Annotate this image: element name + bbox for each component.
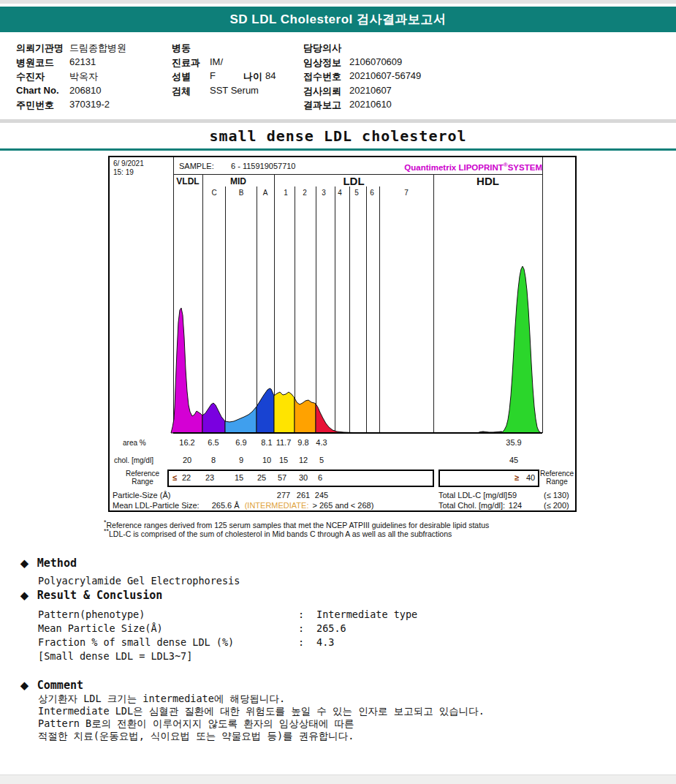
total-chol-value: 124	[503, 501, 528, 510]
chol-value: 20	[172, 456, 202, 464]
subband-label: 2	[299, 189, 311, 197]
ref-range-label: Range	[121, 478, 164, 486]
diamond-bullet-icon: ◆	[20, 679, 29, 691]
diamond-bullet-icon: ◆	[20, 589, 29, 601]
sample-label: SAMPLE:	[179, 162, 214, 170]
diamond-bullet-icon: ◆	[20, 557, 29, 569]
method-heading: ◆Method	[20, 557, 77, 570]
comment-heading: ◆Comment	[20, 679, 83, 692]
result-heading: ◆Result & Conclusion	[20, 589, 162, 602]
field-label: 나이	[243, 70, 262, 83]
comment-line: Pattern B로의 전환이 이루어지지 않도록 환자의 임상상태에 따른	[38, 717, 354, 731]
subband-label: 7	[400, 189, 412, 197]
field-label: 검사의뢰	[303, 85, 341, 98]
result-row-label: Mean Particle Size(Å)	[38, 622, 163, 634]
row-label-chol: chol. [mg/dl]	[114, 456, 153, 464]
mean-size-flag: (INTERMEDIATE:	[245, 501, 309, 510]
field-value: 드림종합병원	[69, 42, 126, 55]
result-row-value: 4.3	[316, 636, 334, 648]
area-value: 6.9	[227, 438, 256, 447]
field-value: SST Serum	[210, 85, 259, 96]
ref-value: 23	[195, 473, 224, 482]
subband-label: 1	[280, 189, 292, 197]
result-row-label: Fraction % of small dense LDL (%)	[38, 636, 234, 648]
mean-size-row: Mean LDL-Particle Size: 265.6 Å (INTERME…	[113, 501, 373, 510]
area-value: 4.3	[307, 438, 336, 447]
band-header-mid: MID	[202, 176, 274, 186]
top-divider	[0, 0, 676, 4]
field-value: 20210607	[349, 85, 392, 96]
lab-report-page: SD LDL Cholesterol 검사결과보고서 의뢰기관명 드림종합병원 …	[0, 0, 676, 784]
mean-size-value: 265.6 Å	[212, 501, 240, 510]
subband-label: A	[259, 189, 271, 197]
total-ldl-value: 59	[501, 491, 523, 500]
field-label: 담당의사	[303, 42, 341, 55]
field-value: 84	[265, 70, 276, 81]
title-underline	[0, 148, 676, 151]
chol-value: 5	[307, 456, 336, 464]
field-label: 병동	[172, 42, 191, 55]
ref-value: 6	[305, 473, 335, 482]
subband-label: C	[208, 189, 220, 197]
report-title: SD LDL Cholesterol 검사결과보고서	[229, 11, 446, 28]
footnote-2: **LDL-C is comprised of the sum of chole…	[104, 527, 452, 538]
field-value: 2106070609	[349, 56, 402, 67]
field-value: 20210610	[349, 99, 392, 110]
total-chol-label: Total Chol. [mg/dl]:	[438, 501, 505, 510]
field-label: 성별	[172, 70, 191, 83]
fraction-curve	[171, 266, 542, 433]
area-value: 16.2	[172, 438, 202, 447]
subband-label: B	[235, 189, 247, 197]
lipoprint-brand: Quantimetrix LIPOPRINT®SYSTEM	[404, 162, 542, 172]
result-row-sep: :	[298, 622, 304, 634]
method-body: Polyacrylamide Gel Electrophoresis	[38, 575, 240, 587]
field-value: 206810	[69, 85, 101, 96]
run-time: 15: 19	[113, 168, 134, 176]
total-chol-ref: (≤ 200)	[544, 501, 569, 510]
field-value: 20210607-56749	[349, 70, 421, 81]
field-label: 병원코드	[16, 56, 54, 69]
bottom-divider	[0, 774, 676, 784]
band-header-hdl: HDL	[433, 175, 542, 187]
field-label: 결과보고	[303, 99, 341, 112]
band-header-vldl: VLDL	[173, 176, 202, 186]
mean-size-label: Mean LDL-Particle Size:	[113, 501, 200, 510]
field-label: 수진자	[16, 70, 45, 83]
band-header-ldl: LDL	[274, 175, 433, 187]
row-label-particle: Particle-Size (Å)	[113, 491, 170, 500]
area-value: 35.9	[499, 438, 528, 447]
section-title: small dense LDL cholesterol	[0, 127, 676, 145]
total-ldl-ref: (≤ 130)	[544, 491, 569, 500]
row-label-area: area %	[123, 439, 146, 447]
field-label: Chart No.	[16, 85, 59, 96]
lipoprint-gel-chart: 6/ 9/2021 15: 19 SAMPLE: 6 - 11591905771…	[108, 156, 577, 512]
subband-label: 6	[366, 189, 378, 197]
field-label: 주민번호	[16, 99, 54, 112]
field-label: 진료과	[172, 56, 200, 69]
field-value: IM/	[210, 56, 223, 67]
field-label: 의뢰기관명	[16, 42, 64, 55]
result-row-label: Pattern(phenotype)	[38, 608, 145, 620]
ref-range-label-right: Range	[537, 478, 577, 486]
section-divider	[0, 119, 676, 123]
total-ldl-label: Total LDL-C [mg/dl]:	[438, 491, 509, 500]
comment-line: 상기환자 LDL 크기는 intermediate에 해당됩니다.	[38, 693, 285, 706]
field-value: 62131	[69, 56, 96, 67]
field-label: 접수번호	[303, 70, 341, 83]
field-value: F	[210, 70, 216, 81]
subband-label: 5	[351, 189, 362, 197]
field-value: 박옥자	[69, 70, 98, 83]
chol-value: 9	[227, 456, 256, 464]
run-date: 6/ 9/2021	[113, 159, 144, 167]
comment-line: Intermediate LDL은 심혈관 질환에 대한 위험도를 높일 수 있…	[38, 705, 485, 718]
chol-value: 45	[499, 456, 528, 464]
sample-id: 6 - 115919057710	[231, 162, 296, 170]
result-row-sep: :	[298, 636, 304, 648]
ref-range-label-right: Reference	[537, 470, 577, 478]
ref-range-label: Reference	[121, 470, 164, 478]
field-label: 임상정보	[303, 56, 341, 69]
chol-value: 8	[199, 456, 228, 464]
comment-line: 적절한 치료(운동요법, 식이요법 또는 약물요법 등)를 권유합니다.	[38, 730, 354, 743]
field-label: 검체	[172, 85, 191, 98]
particle-size: 245	[307, 491, 336, 500]
